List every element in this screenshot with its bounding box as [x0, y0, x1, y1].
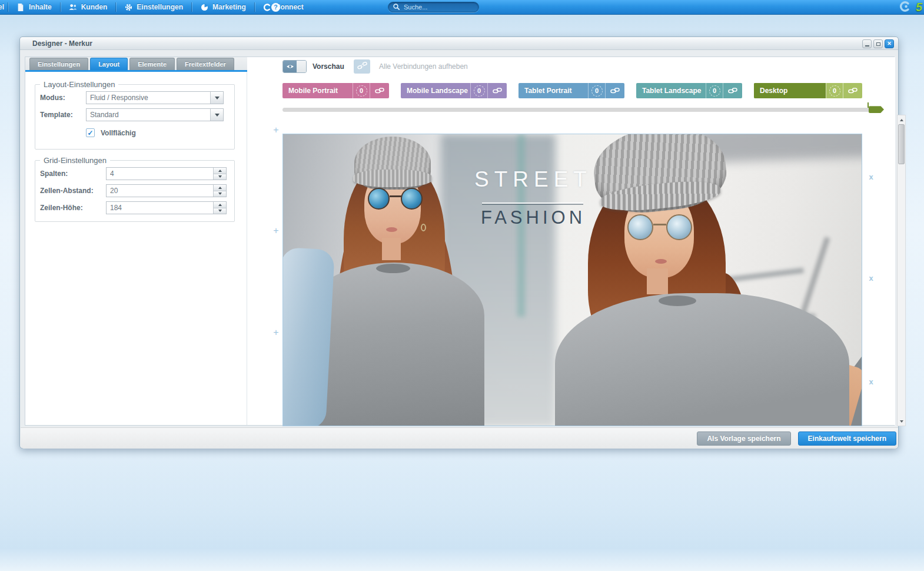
- device-tablet-portrait[interactable]: Tablet Portrait 0: [518, 83, 624, 98]
- application: el Inhalte Kunden Einstellungen: [0, 0, 924, 571]
- device-link-button[interactable]: [370, 83, 389, 98]
- spin-up-button[interactable]: [214, 168, 226, 174]
- save-as-template-button[interactable]: Als Vorlage speichern: [697, 431, 790, 446]
- search-box: [388, 2, 479, 12]
- modus-value: Fluid / Responsive: [87, 92, 210, 104]
- preview-toggle[interactable]: [282, 60, 307, 73]
- add-row-button[interactable]: +: [272, 125, 280, 135]
- fullwidth-checkbox[interactable]: [86, 128, 95, 137]
- photo-left-model-denim-jacket: [282, 247, 335, 426]
- row-height-spinner: [213, 202, 226, 214]
- template-combobox[interactable]: Standard: [86, 108, 224, 121]
- spin-down-icon: [218, 210, 222, 212]
- photo-left-model-sunglasses: [368, 188, 390, 210]
- tab-einstellungen[interactable]: Einstellungen: [29, 58, 88, 70]
- template-dropdown-trigger[interactable]: [210, 109, 223, 121]
- tab-layout[interactable]: Layout: [90, 58, 128, 70]
- nav-item-marketing[interactable]: Marketing: [192, 0, 254, 14]
- maximize-button[interactable]: [873, 39, 883, 48]
- spin-down-icon: [218, 175, 222, 178]
- cell-spacing-input[interactable]: [107, 185, 213, 197]
- slider-marker: [868, 102, 869, 108]
- nav-item-einstellungen[interactable]: Einstellungen: [116, 0, 191, 14]
- photo-right-model-neck: [647, 268, 668, 294]
- remove-row-button[interactable]: x: [867, 274, 875, 283]
- tab-elemente[interactable]: Elemente: [129, 58, 175, 70]
- photo-left-model-sunglasses: [390, 195, 401, 197]
- device-label: Mobile Landscape: [401, 83, 470, 98]
- minimize-button[interactable]: [862, 39, 872, 48]
- modus-combobox[interactable]: Fluid / Responsive: [86, 91, 224, 104]
- device-tablet-landscape[interactable]: Tablet Landscape 0: [636, 83, 742, 98]
- link-copy-icon: [493, 87, 502, 94]
- nav-item-label: Inhalte: [29, 3, 52, 11]
- document-icon: [16, 4, 25, 11]
- gear-icon: [124, 4, 132, 11]
- photo-left-model-beanie: [353, 170, 432, 187]
- cell-spacing-label: Zellen-Abstand:: [40, 187, 106, 195]
- device-width-slider[interactable]: [282, 108, 882, 112]
- columns-input[interactable]: [107, 168, 213, 180]
- device-label: Desktop: [754, 83, 826, 98]
- device-count-segment: 0: [826, 83, 843, 98]
- modus-dropdown-trigger[interactable]: [210, 92, 223, 104]
- swirl-logo-icon: [899, 1, 910, 15]
- dialog-footer: Als Vorlage speichern Einkaufswelt speic…: [21, 427, 898, 449]
- nav-item-partial[interactable]: el: [0, 0, 8, 14]
- spin-down-button[interactable]: [214, 174, 226, 180]
- nav-item-connect[interactable]: Connect: [255, 0, 312, 14]
- spin-up-button[interactable]: [214, 202, 226, 208]
- row-height-input[interactable]: [107, 202, 213, 214]
- connect-icon: [263, 4, 271, 11]
- scroll-up-icon: [900, 119, 903, 121]
- tab-freitextfelder[interactable]: Freitextfelder: [177, 58, 234, 70]
- add-row-button[interactable]: +: [272, 226, 280, 235]
- row-height-label: Zeilen-Höhe:: [40, 204, 106, 212]
- add-row-button[interactable]: +: [272, 328, 280, 337]
- cell-spacing-stepper: [106, 184, 227, 197]
- hero-divider: [482, 202, 583, 204]
- preview-canvas[interactable]: STREET FASHION: [282, 134, 862, 426]
- spin-up-button[interactable]: [214, 185, 226, 191]
- device-mobile-portrait[interactable]: Mobile Portrait 0: [282, 83, 389, 98]
- device-link-button[interactable]: [487, 83, 507, 98]
- spin-down-icon: [218, 192, 222, 195]
- device-link-button[interactable]: [843, 83, 862, 98]
- slider-handle[interactable]: [869, 106, 884, 113]
- remove-row-button[interactable]: x: [867, 378, 875, 386]
- device-count-segment: 0: [353, 83, 370, 98]
- top-navigation: el Inhalte Kunden Einstellungen: [0, 0, 924, 15]
- nav-item-inhalte[interactable]: Inhalte: [8, 0, 60, 14]
- save-shopping-world-button[interactable]: Einkaufswelt speichern: [798, 431, 896, 446]
- photo-right-model-sunglasses: [627, 214, 653, 240]
- scroll-up-button[interactable]: [898, 116, 905, 124]
- photo-right-model-sunglasses: [666, 214, 692, 240]
- eye-icon: [283, 61, 297, 72]
- device-mobile-landscape[interactable]: Mobile Landscape 0: [401, 83, 507, 98]
- chevron-down-icon: [215, 114, 220, 117]
- nav-item-kunden[interactable]: Kunden: [61, 0, 116, 14]
- window-titlebar[interactable]: Designer - Merkur ✕: [20, 37, 898, 50]
- maximize-icon: [876, 42, 880, 46]
- columns-spinner: [213, 168, 226, 180]
- preview-toggle-track: [297, 61, 306, 72]
- close-button[interactable]: ✕: [885, 39, 894, 48]
- spin-down-button[interactable]: [214, 191, 226, 197]
- unlink-all-button[interactable]: [354, 59, 370, 74]
- remove-row-button[interactable]: x: [867, 173, 875, 181]
- device-count-segment: 0: [470, 83, 487, 98]
- row-height-stepper: [106, 201, 227, 214]
- help-icon[interactable]: ?: [271, 2, 281, 12]
- device-label: Mobile Portrait: [282, 83, 353, 98]
- tab-strip: Einstellungen Layout Elemente Freitextfe…: [25, 57, 247, 70]
- grid-settings-fieldset: Grid-Einstellungen Spalten:: [35, 156, 235, 222]
- scroll-down-button[interactable]: [898, 417, 905, 425]
- spin-down-button[interactable]: [214, 208, 226, 214]
- device-link-button[interactable]: [723, 83, 742, 98]
- canvas-scrollbar[interactable]: [897, 115, 906, 426]
- device-link-button[interactable]: [605, 83, 624, 98]
- device-desktop[interactable]: Desktop 0: [754, 83, 862, 98]
- search-input[interactable]: [403, 3, 488, 11]
- close-icon: ✕: [887, 41, 892, 47]
- scrollbar-thumb[interactable]: [898, 124, 905, 164]
